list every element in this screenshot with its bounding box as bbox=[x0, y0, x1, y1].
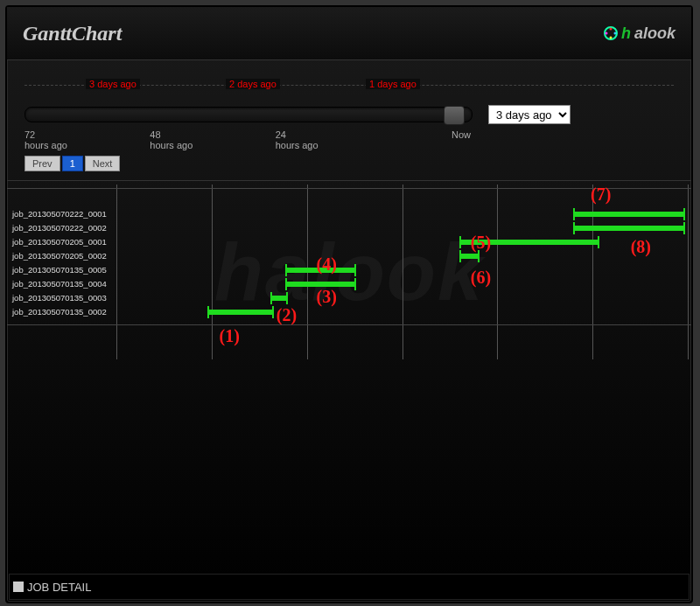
gantt-bar[interactable] bbox=[573, 212, 684, 217]
job-label: job_201305070222_0002 bbox=[12, 221, 107, 235]
pager: Prev 1 Next bbox=[24, 156, 674, 171]
svg-point-1 bbox=[609, 28, 612, 31]
job-label: job_201305070205_0002 bbox=[12, 249, 107, 263]
job-label: job_201305070135_0002 bbox=[12, 305, 107, 319]
logo-swirl-icon bbox=[604, 26, 618, 40]
next-button[interactable]: Next bbox=[85, 156, 121, 171]
collapse-icon[interactable] bbox=[13, 582, 24, 592]
job-label: job_201305070205_0001 bbox=[12, 235, 107, 249]
logo-text-rest: alook bbox=[634, 24, 676, 43]
gantt-bar[interactable] bbox=[207, 310, 273, 315]
range-select[interactable]: 3 days ago bbox=[488, 105, 570, 124]
svg-point-3 bbox=[609, 37, 612, 39]
svg-point-4 bbox=[605, 32, 607, 35]
prev-button[interactable]: Prev bbox=[24, 156, 60, 171]
brand-logo: halook bbox=[604, 24, 676, 43]
svg-point-2 bbox=[613, 32, 616, 35]
tick-3d: 3 days ago bbox=[86, 79, 140, 89]
gantt-bar[interactable] bbox=[573, 226, 684, 231]
tick-1d: 1 days ago bbox=[366, 79, 420, 89]
annotation: (5) bbox=[471, 233, 491, 253]
job-label: job_201305070135_0004 bbox=[12, 277, 107, 291]
scale-labels: 72hours ago 48hours ago 24hours ago Now bbox=[24, 129, 471, 150]
logo-text-h: h bbox=[621, 24, 631, 43]
tick-labels: 3 days ago 2 days ago 1 days ago bbox=[24, 85, 674, 100]
time-slider[interactable] bbox=[24, 107, 472, 122]
annotation: (2) bbox=[276, 305, 297, 325]
time-controls: 3 days ago 2 days ago 1 days ago 3 days … bbox=[7, 60, 691, 181]
annotation: (1) bbox=[220, 326, 240, 346]
page-1-button[interactable]: 1 bbox=[62, 156, 83, 171]
job-detail-label: JOB DETAIL bbox=[27, 581, 91, 594]
job-labels: job_201305070222_0001job_201305070222_00… bbox=[12, 207, 107, 319]
annotation: (3) bbox=[317, 287, 337, 307]
app-header: GanttChart halook bbox=[7, 7, 691, 60]
annotation: (4) bbox=[317, 254, 337, 275]
annotation: (6) bbox=[471, 268, 491, 288]
job-label: job_201305070135_0005 bbox=[12, 263, 107, 277]
job-label: job_201305070222_0001 bbox=[12, 207, 107, 221]
job-label: job_201305070135_0003 bbox=[12, 291, 107, 305]
job-detail-panel[interactable]: JOB DETAIL bbox=[9, 574, 690, 600]
annotation: (7) bbox=[591, 185, 611, 205]
tick-2d: 2 days ago bbox=[226, 79, 280, 89]
slider-handle[interactable] bbox=[444, 106, 465, 125]
gantt-chart: halook job_201305070222_0001job_20130507… bbox=[7, 185, 691, 359]
page-title: GanttChart bbox=[23, 22, 122, 45]
annotation: (8) bbox=[631, 237, 651, 257]
gantt-bar[interactable] bbox=[459, 254, 480, 259]
gantt-bar[interactable] bbox=[270, 296, 288, 301]
